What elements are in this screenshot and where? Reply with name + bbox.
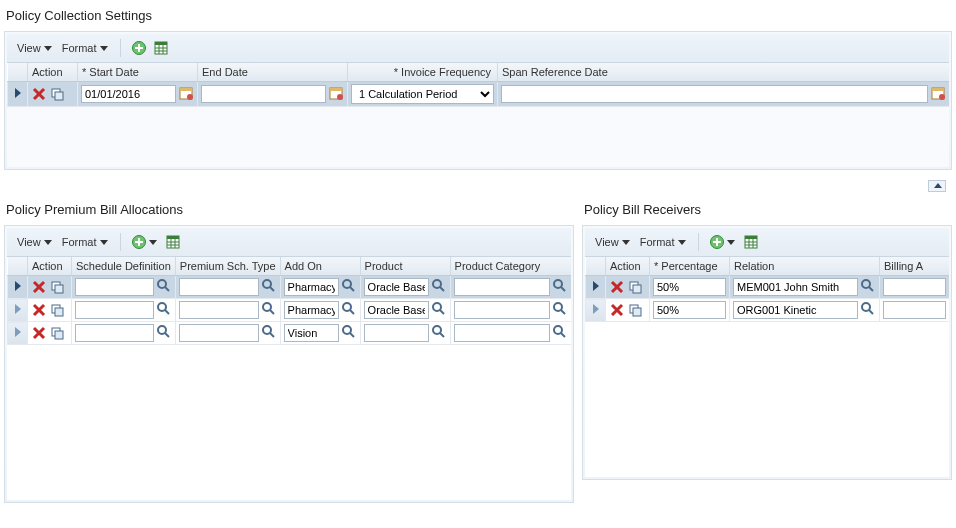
- magnifier-icon: [341, 301, 357, 317]
- lookup-button[interactable]: [341, 324, 357, 342]
- product-category-input[interactable]: [454, 324, 550, 342]
- export-button[interactable]: [151, 38, 171, 58]
- lookup-button[interactable]: [860, 278, 876, 296]
- copy-button[interactable]: [49, 279, 65, 295]
- lookup-button[interactable]: [552, 324, 568, 342]
- add-dropdown[interactable]: [149, 240, 157, 245]
- allocations-row[interactable]: [8, 299, 572, 322]
- col-product: Product: [360, 257, 450, 276]
- lookup-button[interactable]: [156, 324, 172, 342]
- date-picker-button[interactable]: [930, 85, 946, 103]
- view-menu[interactable]: View: [13, 234, 56, 250]
- col-invoice-freq: * Invoice Frequency: [348, 63, 498, 82]
- date-picker-button[interactable]: [178, 85, 194, 103]
- add-on-input[interactable]: [284, 278, 339, 296]
- section-title-allocations: Policy Premium Bill Allocations: [6, 202, 574, 217]
- add-button[interactable]: [129, 38, 149, 58]
- lookup-button[interactable]: [341, 278, 357, 296]
- spreadsheet-icon: [165, 234, 181, 250]
- row-selector[interactable]: [586, 276, 606, 299]
- delete-button[interactable]: [31, 325, 47, 341]
- view-menu[interactable]: View: [591, 234, 634, 250]
- x-icon: [31, 325, 47, 341]
- toolbar-separator: [698, 233, 699, 251]
- delete-button[interactable]: [31, 279, 47, 295]
- lookup-button[interactable]: [156, 301, 172, 319]
- billing-a-input[interactable]: [883, 301, 946, 319]
- lookup-button[interactable]: [431, 278, 447, 296]
- premium-type-input[interactable]: [179, 301, 259, 319]
- add-button[interactable]: [129, 232, 149, 252]
- billing-a-input[interactable]: [883, 278, 946, 296]
- copy-button[interactable]: [627, 279, 643, 295]
- x-icon: [609, 279, 625, 295]
- add-on-input[interactable]: [284, 301, 339, 319]
- add-dropdown[interactable]: [727, 240, 735, 245]
- relation-input[interactable]: [733, 278, 858, 296]
- format-menu-label: Format: [62, 42, 97, 54]
- copy-button[interactable]: [49, 325, 65, 341]
- lookup-button[interactable]: [261, 278, 277, 296]
- add-on-input[interactable]: [284, 324, 339, 342]
- schedule-definition-input[interactable]: [75, 324, 154, 342]
- col-start-date: * Start Date: [78, 63, 198, 82]
- product-category-input[interactable]: [454, 301, 550, 319]
- date-picker-button[interactable]: [328, 85, 344, 103]
- row-selector[interactable]: [8, 276, 28, 299]
- col-premium-type: Premium Sch. Type: [175, 257, 280, 276]
- premium-type-input[interactable]: [179, 324, 259, 342]
- invoice-frequency-select[interactable]: 1 Calculation Period: [351, 84, 494, 104]
- end-date-input[interactable]: [201, 85, 326, 103]
- chevron-down-icon: [622, 240, 630, 245]
- span-date-input[interactable]: [501, 85, 928, 103]
- lookup-button[interactable]: [341, 301, 357, 319]
- relation-input[interactable]: [733, 301, 858, 319]
- receivers-row[interactable]: [586, 276, 950, 299]
- schedule-definition-input[interactable]: [75, 301, 154, 319]
- delete-button[interactable]: [609, 279, 625, 295]
- add-button[interactable]: [707, 232, 727, 252]
- receivers-row[interactable]: [586, 299, 950, 322]
- collection-row[interactable]: 1 Calculation Period: [8, 82, 950, 107]
- lookup-button[interactable]: [552, 278, 568, 296]
- percentage-input[interactable]: [653, 301, 726, 319]
- row-selector[interactable]: [8, 299, 28, 322]
- export-button[interactable]: [163, 232, 183, 252]
- format-menu[interactable]: Format: [58, 40, 112, 56]
- format-menu[interactable]: Format: [636, 234, 690, 250]
- allocations-row[interactable]: [8, 322, 572, 345]
- copy-button[interactable]: [627, 302, 643, 318]
- view-menu[interactable]: View: [13, 40, 56, 56]
- premium-type-input[interactable]: [179, 278, 259, 296]
- lookup-button[interactable]: [860, 301, 876, 319]
- start-date-input[interactable]: [81, 85, 176, 103]
- receivers-toolbar: View Format: [585, 228, 949, 257]
- delete-button[interactable]: [31, 86, 47, 102]
- delete-button[interactable]: [31, 302, 47, 318]
- allocations-row[interactable]: [8, 276, 572, 299]
- export-button[interactable]: [741, 232, 761, 252]
- format-menu[interactable]: Format: [58, 234, 112, 250]
- percentage-input[interactable]: [653, 278, 726, 296]
- product-input[interactable]: [364, 324, 429, 342]
- product-input[interactable]: [364, 301, 429, 319]
- collapse-toggle[interactable]: [928, 180, 946, 192]
- lookup-button[interactable]: [431, 324, 447, 342]
- product-category-input[interactable]: [454, 278, 550, 296]
- row-selector[interactable]: [586, 299, 606, 322]
- copy-button[interactable]: [49, 86, 65, 102]
- plus-icon: [131, 234, 147, 250]
- copy-button[interactable]: [49, 302, 65, 318]
- lookup-button[interactable]: [261, 301, 277, 319]
- delete-button[interactable]: [609, 302, 625, 318]
- schedule-definition-input[interactable]: [75, 278, 154, 296]
- lookup-button[interactable]: [552, 301, 568, 319]
- spreadsheet-icon: [743, 234, 759, 250]
- lookup-button[interactable]: [261, 324, 277, 342]
- col-action: Action: [28, 63, 78, 82]
- lookup-button[interactable]: [431, 301, 447, 319]
- lookup-button[interactable]: [156, 278, 172, 296]
- row-selector[interactable]: [8, 82, 28, 107]
- product-input[interactable]: [364, 278, 429, 296]
- row-selector[interactable]: [8, 322, 28, 345]
